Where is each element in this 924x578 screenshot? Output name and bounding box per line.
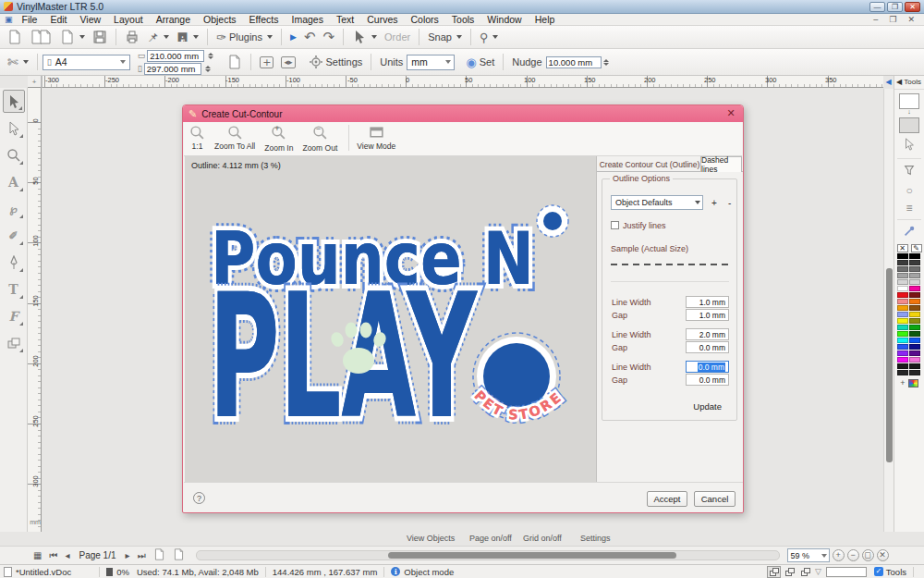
color-swatch[interactable] [909,344,920,350]
eyedropper-icon[interactable] [899,225,919,240]
pen-tool[interactable] [3,251,25,274]
line-width-field-1[interactable]: 1.0 mm [686,296,729,308]
stroke-swatch[interactable] [899,117,919,133]
undo-button[interactable]: ↶ [300,29,320,46]
menu-view[interactable]: View [74,14,108,25]
color-swatch[interactable] [897,370,908,375]
color-swatch[interactable] [909,370,920,375]
status-search-input[interactable] [826,567,867,577]
system-menu-icon[interactable]: ▣ [5,16,13,24]
shapes-tool[interactable] [3,331,25,354]
print-button[interactable] [121,28,143,46]
play-button[interactable]: ▶ [286,31,300,43]
zoom-in-button[interactable]: +Zoom In [264,125,293,153]
help-button[interactable]: ? [193,492,205,504]
menu-objects[interactable]: Objects [197,14,243,25]
menu-colors[interactable]: Colors [404,14,444,25]
redo-button[interactable]: ↷ [319,29,338,46]
nudge-field[interactable]: 10.000 mm [546,56,602,68]
vertical-scrollbar[interactable] [883,89,894,532]
accept-button[interactable]: Accept [647,491,687,507]
cancel-button[interactable]: Cancel [694,491,736,507]
swap-arrow-icon[interactable]: ↓ [894,109,924,114]
color-swatch[interactable] [909,363,920,369]
page-height-spinner[interactable] [205,63,213,74]
dialog-close-icon[interactable]: ✕ [724,108,737,119]
cutter-button[interactable]: ✄ [4,54,32,70]
ellipse-icon[interactable]: ○ [899,184,919,197]
pick-tool-button[interactable] [348,28,381,46]
set-button[interactable]: ◉Set [462,55,498,70]
color-swatch[interactable] [897,312,908,317]
last-page-button[interactable]: ⏭ [134,550,150,561]
tab-contour-cut-outline[interactable]: Create Contour Cut (Outline) [599,157,700,171]
plugins-button[interactable]: ✑Plugins [213,30,276,45]
gap-field-2[interactable]: 0.0 mm [686,341,729,353]
spray-button[interactable]: ⚲ [476,30,503,45]
gap-field-3[interactable]: 0.0 mm [686,374,729,386]
color-swatch[interactable] [897,338,908,343]
color-swatch[interactable] [897,331,908,337]
menu-text[interactable]: Text [330,14,360,25]
add-page-button[interactable]: + [256,55,277,70]
grid-toggle-button[interactable]: Grid on/off [523,534,562,543]
color-swatch[interactable] [909,305,920,311]
color-swatch[interactable] [897,357,908,363]
color-swatch[interactable] [909,350,920,356]
snap-button[interactable]: Snap [424,30,466,44]
tools-panel-header[interactable]: ◀ Tools [894,76,924,90]
color-swatch[interactable] [897,279,908,285]
panel-collapse-icon[interactable]: ◀ [883,77,894,88]
color-swatch[interactable] [897,266,908,272]
color-swatch[interactable] [909,331,920,337]
palette-add-icon[interactable]: + [900,378,905,387]
page-orientation-button[interactable]: ◂▸ [277,55,298,70]
pick-apply-icon[interactable] [899,138,919,154]
new-document-button[interactable] [4,28,26,46]
zoom-out-round-button[interactable]: − [847,549,859,561]
line-width-field-3[interactable]: 0.0 mm [686,361,729,373]
package-button[interactable]: 🖪 [173,30,202,45]
color-swatch[interactable] [909,312,920,317]
zoom-all-button[interactable]: ✕ [877,549,889,561]
doc-restore-button[interactable]: ❐ [885,15,900,24]
line-width-field-2[interactable]: 2.0 mm [686,328,729,340]
stroke-color-swatch[interactable]: ✎ [911,244,922,252]
fill-funnel-icon[interactable] [899,164,919,179]
zoom-level-combo[interactable]: 59 % [787,548,830,562]
zoom-tool[interactable] [3,143,25,166]
filter-icon[interactable]: ▽ [815,567,821,576]
doc-minimize-button[interactable]: – [869,15,881,24]
text-tool[interactable]: T [3,277,25,301]
color-swatch[interactable] [909,266,920,272]
preset-remove-button[interactable]: - [728,198,731,208]
color-swatch[interactable] [897,363,908,369]
page-width-spinner[interactable] [208,50,216,61]
doc-close-button[interactable]: ✕ [904,15,918,24]
prev-page-button[interactable]: ◂ [61,550,73,560]
gap-field-1[interactable]: 1.0 mm [686,309,729,321]
preset-combo[interactable]: Object Defaults [611,195,703,210]
zoom-to-all-button[interactable]: Zoom To All [214,125,255,151]
vertical-scroll-thumb[interactable] [886,268,893,462]
menu-edit[interactable]: Edit [43,14,73,25]
zoom-1to1-button[interactable]: 1:1 [189,125,205,151]
color-swatch[interactable] [909,253,920,259]
color-swatch[interactable] [909,357,920,363]
dialog-titlebar[interactable]: ✎ Create Cut-Contour ✕ [183,105,743,122]
update-button[interactable]: Update [689,400,725,413]
page-settings-button[interactable]: Settings [305,53,367,71]
tools-checkbox[interactable]: ✓ [874,567,883,576]
horizontal-scroll-thumb[interactable] [388,552,676,559]
color-swatch[interactable] [897,292,908,298]
nudge-spinner[interactable] [603,56,612,68]
page-grid-icon[interactable]: ▦ [30,550,45,560]
page-toggle-button[interactable]: Page on/off [469,534,512,543]
color-swatch[interactable] [909,338,920,343]
menu-images[interactable]: Images [286,14,330,25]
color-swatch[interactable] [909,273,920,278]
zoom-page-button[interactable]: ◻ [862,549,874,561]
color-swatch[interactable] [897,260,908,265]
color-swatch[interactable] [909,286,920,291]
ruler-origin-button[interactable]: + [28,76,42,88]
